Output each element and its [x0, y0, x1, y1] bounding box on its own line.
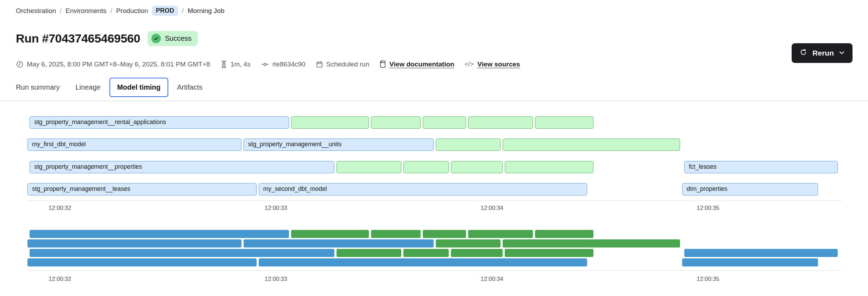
run-time-range: May 6, 2025, 8:00 PM GMT+8–May 6, 2025, … [16, 60, 210, 68]
breadcrumb-item-morning-job[interactable]: Morning Job [188, 7, 225, 15]
breadcrumb-item-orchestration[interactable]: Orchestration [16, 7, 56, 15]
tabs-divider [0, 101, 868, 101]
gantt-bar[interactable] [403, 161, 449, 173]
clock-icon [16, 60, 24, 68]
tab-run-summary[interactable]: Run summary [16, 78, 59, 96]
minimap-bar [27, 239, 241, 247]
model-timing-gantt: stg_property_management__rental_applicat… [27, 105, 842, 214]
gantt-bar-label: dim_properties [683, 184, 818, 194]
git-commit-icon [261, 60, 269, 68]
minimap-bar [291, 230, 369, 238]
breadcrumb-separator: / [111, 7, 112, 15]
gantt-bar[interactable] [451, 161, 503, 173]
axis-tick-label: 12:00:35 [697, 276, 719, 282]
gantt-bar[interactable]: my_second_dbt_model [259, 183, 587, 195]
axis-tick-label: 12:00:34 [481, 205, 503, 211]
breadcrumb-item-environments[interactable]: Environments [65, 7, 106, 15]
hourglass-icon [220, 60, 227, 68]
run-duration: 1m, 4s [220, 60, 251, 68]
environment-badge: PROD [152, 6, 178, 16]
gantt-bar-label: stg_property_management__rental_applicat… [30, 117, 289, 128]
axis-tick-label: 12:00:33 [265, 205, 287, 211]
gantt-bar[interactable] [468, 116, 533, 129]
tab-artifacts[interactable]: Artifacts [177, 78, 202, 96]
rerun-dropdown-chevron-icon[interactable] [839, 49, 845, 57]
minimap-bar [423, 230, 466, 238]
gantt-bar[interactable] [336, 161, 401, 173]
minimap-bar [403, 249, 449, 257]
gantt-bar[interactable]: stg_property_management__properties [30, 161, 334, 173]
gantt-bar[interactable] [436, 139, 501, 151]
breadcrumb: Orchestration / Environments / Productio… [16, 6, 224, 16]
gantt-bar[interactable] [535, 116, 593, 129]
minimap-bar [371, 230, 421, 238]
axis-tick-label: 12:00:33 [265, 276, 287, 282]
view-documentation-link[interactable]: View documentation [379, 60, 454, 68]
minimap-bar [684, 249, 838, 257]
chart-axis-line [27, 200, 842, 201]
gantt-bar-label: my_first_dbt_model [28, 139, 241, 150]
gantt-bar[interactable]: fct_leases [684, 161, 838, 173]
axis-tick-label: 12:00:34 [481, 276, 503, 282]
gantt-bar[interactable]: dim_properties [682, 183, 818, 195]
gantt-bar[interactable] [503, 139, 680, 151]
minimap-bar [244, 239, 434, 247]
gantt-bar-label: stg_property_management__units [244, 139, 433, 150]
gantt-bar-label: fct_leases [685, 161, 837, 172]
page-title: Run #70437465469560 [16, 32, 140, 45]
gantt-bar-label: stg_property_management__properties [30, 161, 334, 172]
minimap-bar [436, 239, 501, 247]
breadcrumb-separator: / [60, 7, 62, 15]
gantt-bar[interactable] [423, 116, 466, 129]
gantt-bar[interactable] [371, 116, 421, 129]
gantt-bar-label: my_second_dbt_model [259, 184, 587, 194]
breadcrumb-separator: / [182, 7, 184, 15]
run-metadata-row: May 6, 2025, 8:00 PM GMT+8–May 6, 2025, … [16, 60, 520, 68]
minimap-bar [505, 249, 593, 257]
view-sources-link[interactable]: </> View sources [465, 60, 520, 68]
gantt-bar[interactable]: stg_property_management__units [244, 139, 434, 151]
axis-tick-label: 12:00:32 [49, 205, 71, 211]
axis-tick-label: 12:00:35 [697, 205, 719, 211]
minimap-bar [451, 249, 503, 257]
minimap-bar [30, 230, 289, 238]
tab-lineage[interactable]: Lineage [75, 78, 100, 96]
status-badge: Success [147, 31, 198, 46]
documentation-icon [379, 60, 386, 68]
chart-axis-line [27, 270, 842, 271]
minimap-bar [259, 258, 587, 266]
calendar-icon [316, 60, 323, 68]
gantt-bar-label: stg_property_management__leases [28, 184, 256, 194]
trigger-type: Scheduled run [316, 60, 370, 68]
minimap-bar [336, 249, 401, 257]
minimap-bar [468, 230, 533, 238]
rerun-button-label: Rerun [812, 49, 834, 57]
gantt-bar[interactable] [505, 161, 593, 173]
rerun-button[interactable]: Rerun [792, 43, 853, 63]
tab-model-timing[interactable]: Model timing [109, 78, 168, 97]
minimap-bar [30, 249, 334, 257]
commit-hash: #e8634c90 [261, 60, 306, 68]
axis-tick-label: 12:00:32 [49, 276, 71, 282]
gantt-bar[interactable]: stg_property_management__leases [27, 183, 257, 195]
minimap-bar [535, 230, 593, 238]
gantt-bar[interactable] [291, 116, 369, 129]
run-tabs: Run summary Lineage Model timing Artifac… [16, 78, 202, 97]
code-icon: </> [465, 61, 474, 68]
status-badge-label: Success [165, 34, 191, 43]
timeline-minimap[interactable]: 12:00:3212:00:3312:00:3412:00:35 [27, 225, 842, 285]
breadcrumb-item-production[interactable]: Production [116, 7, 148, 15]
minimap-bar [503, 239, 680, 247]
gantt-bar[interactable]: stg_property_management__rental_applicat… [30, 116, 289, 129]
gantt-bar[interactable]: my_first_dbt_model [27, 139, 241, 151]
refresh-icon [799, 48, 807, 58]
success-check-icon [151, 34, 161, 43]
minimap-bar [27, 258, 257, 266]
minimap-bar [682, 258, 818, 266]
title-row: Run #70437465469560 Success [16, 31, 198, 46]
